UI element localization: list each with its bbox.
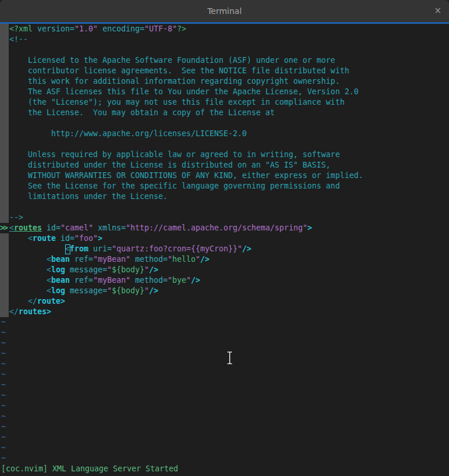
tilde-line: ~ (0, 411, 449, 422)
tilde-line: ~ (0, 432, 449, 443)
code-line: <route id="foo"> (0, 233, 449, 244)
code-line: <bean ref="myBean" method="bye"/> (0, 275, 449, 286)
tilde-line: ~ (0, 443, 449, 453)
code-line (0, 202, 449, 212)
code-line: Licensed to the Apache Software Foundati… (0, 55, 449, 66)
tilde-line: ~ (0, 370, 449, 380)
terminal-screen[interactable]: >> <?xml version="1.0" encoding="UTF-8"?… (0, 24, 449, 476)
tilde-line: ~ (0, 453, 449, 464)
code-line: this work for additional information reg… (0, 76, 449, 87)
tilde-line: ~ (0, 390, 449, 401)
code-line (0, 118, 449, 129)
code-line: --> (0, 212, 449, 223)
code-line (0, 139, 449, 150)
tilde-line: ~ (0, 338, 449, 349)
code-line: (the "License"); you may not use this fi… (0, 97, 449, 108)
code-line: <log message="${body}"/> (0, 265, 449, 275)
code-line: <routes id="camel" xmlns="http://camel.a… (0, 223, 449, 233)
code-line: <!-- (0, 34, 449, 45)
tilde-line: ~ (0, 317, 449, 328)
empty-buffer-lines: ~~~~~~~~~~~~~~ (0, 317, 449, 464)
close-icon[interactable]: × (434, 0, 441, 22)
code-line: the License. You may obtain a copy of th… (0, 108, 449, 118)
terminal-window: Terminal × >> <?xml version="1.0" encodi… (0, 0, 449, 476)
status-message: [coc.nvim] XML Language Server Started (0, 464, 449, 474)
tilde-line: ~ (0, 359, 449, 370)
code-line: WITHOUT WARRANTIES OR CONDITIONS OF ANY … (0, 170, 449, 181)
code-line: contributor license agreements. See the … (0, 66, 449, 76)
code-line: </routes> (0, 307, 449, 317)
buffer-lines: <?xml version="1.0" encoding="UTF-8"?><!… (0, 24, 449, 317)
code-line: distributed under the License is distrib… (0, 160, 449, 170)
code-line: <bean ref="myBean" method="hello"/> (0, 254, 449, 265)
titlebar[interactable]: Terminal × (0, 0, 449, 22)
code-line (0, 45, 449, 55)
mouse-ibeam-cursor (226, 351, 234, 365)
code-line: </route> (0, 296, 449, 307)
code-line: <?xml version="1.0" encoding="UTF-8"?> (0, 24, 449, 34)
code-line: <log message="${body}"/> (0, 286, 449, 296)
window-title: Terminal (0, 0, 449, 22)
code-line: limitations under the License. (0, 191, 449, 202)
tilde-line: ~ (0, 380, 449, 390)
code-line: See the License for the specific languag… (0, 181, 449, 191)
diagnostic-sign: >> (0, 223, 9, 233)
code-line: Unless required by applicable law or agr… (0, 150, 449, 160)
tilde-line: ~ (0, 328, 449, 338)
vim-cursor (65, 244, 70, 254)
tilde-line: ~ (0, 401, 449, 411)
code-line: http://www.apache.org/licenses/LICENSE-2… (0, 129, 449, 139)
code-line: The ASF licenses this file to You under … (0, 87, 449, 97)
tilde-line: ~ (0, 422, 449, 432)
tilde-line: ~ (0, 349, 449, 359)
